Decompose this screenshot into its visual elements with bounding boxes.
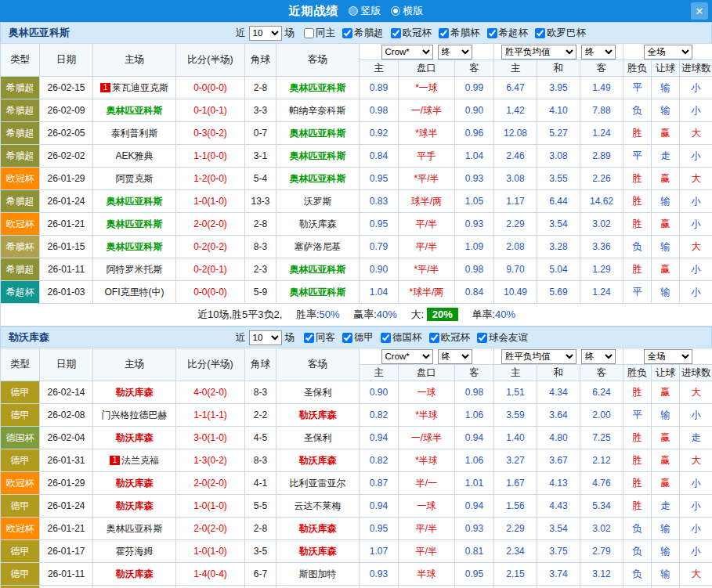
asian-home-odds: 0.95 (360, 518, 399, 540)
result-goals: 小 (680, 258, 712, 281)
asian-away-odds: 0.84 (455, 281, 494, 304)
result-goals: 大 (680, 168, 712, 190)
close-icon: ✕ (696, 5, 704, 17)
euro-odds-controls: 胜平负均值 终 (494, 348, 623, 365)
euro-away-odds: 2.89 (580, 145, 623, 168)
team-name: 帕纳辛奈科斯 (290, 105, 346, 116)
match-score: 1-1(1-1) (176, 404, 245, 427)
corner-score: 2-3 (245, 258, 276, 281)
match-row: 希腊超26-01-24奥林匹亚科斯1-0(1-0)13-3沃罗斯0.83球半/两… (1, 190, 712, 213)
asian-home-odds: 0.95 (360, 213, 399, 236)
bookmaker-select[interactable]: Crow* (381, 349, 433, 364)
team-name: 勒沃库森 (299, 218, 337, 229)
euro-draw-odds: 3.55 (537, 168, 580, 190)
filter-checkbox[interactable] (487, 28, 497, 38)
league-badge: 希腊超 (1, 145, 40, 168)
match-score: 0-2(0-1) (176, 258, 245, 281)
filter-希超杯[interactable]: 希超杯 (487, 27, 529, 40)
scope-select[interactable]: 全场 (644, 349, 692, 364)
filter-欧冠杯[interactable]: 欧冠杯 (391, 27, 432, 40)
filter-checkbox[interactable] (304, 28, 314, 38)
filter-checkbox[interactable] (535, 28, 545, 38)
asian-away-odds: 0.96 (455, 122, 494, 145)
filter-checkbox[interactable] (429, 333, 439, 343)
match-score: 1-3(1-2) (176, 586, 245, 588)
filter-德国杯[interactable]: 德国杯 (381, 331, 422, 345)
filter-checkbox[interactable] (381, 333, 391, 343)
asian-stage-select[interactable]: 终 (438, 349, 472, 364)
asian-away-odds: 1.09 (455, 236, 494, 258)
result-outcome: 负 (623, 236, 652, 258)
match-row: 德甲26-02-08门兴格拉德巴赫1-1(1-1)2-2勒沃库森0.82*半球1… (1, 404, 712, 427)
recent-label-post: 场 (285, 331, 295, 345)
result-goals: 小 (680, 99, 712, 122)
filter-checkbox[interactable] (477, 333, 487, 343)
filter-欧冠杯[interactable]: 欧冠杯 (429, 331, 471, 345)
win-rate-value: 50% (320, 308, 340, 320)
team-name: 勒沃库森 (299, 546, 337, 557)
team-name: 阿贾克斯 (116, 173, 154, 184)
scope-controls: 全场 (623, 44, 712, 60)
scope-select[interactable]: 全场 (644, 45, 692, 60)
filter-同客[interactable]: 同客 (304, 331, 335, 345)
corner-score: 4-5 (245, 427, 276, 449)
recent-count-select[interactable]: 10 (249, 26, 282, 41)
filter-欧罗巴杯[interactable]: 欧罗巴杯 (535, 27, 586, 40)
team-name: 霍芬海姆 (116, 546, 154, 557)
euro-draw-odds: 4.43 (537, 495, 580, 518)
corner-score: 2-8 (245, 213, 276, 236)
filter-希腊杯[interactable]: 希腊杯 (439, 27, 480, 40)
match-row: 德甲25-12-21RB莱比锡1-3(1-2)2-8勒沃库森0.89平/半0.9… (1, 586, 712, 588)
asian-stage-select[interactable]: 终 (438, 45, 472, 60)
euro-odds-select[interactable]: 胜平负均值 (501, 349, 576, 364)
euro-draw-odds: 3.08 (537, 145, 580, 168)
result-outcome: 胜 (623, 472, 652, 495)
filter-checkbox[interactable] (439, 28, 449, 38)
filter-checkbox[interactable] (342, 333, 352, 343)
result-goals: 小 (680, 518, 712, 540)
corner-score: 4-1 (245, 472, 276, 495)
layout-option-vertical[interactable]: 竖版 (349, 4, 381, 18)
handicap-line: 球半/两 (399, 190, 455, 213)
filter-同主[interactable]: 同主 (304, 27, 335, 40)
recent-label-pre: 近 (236, 331, 246, 345)
corner-score: 3-5 (245, 540, 276, 563)
filter-checkbox[interactable] (391, 28, 401, 38)
away-team: 奥林匹亚科斯 (276, 168, 360, 190)
filter-希腊超[interactable]: 希腊超 (342, 27, 384, 40)
match-date: 26-01-17 (40, 540, 93, 563)
euro-stage-select[interactable]: 终 (581, 349, 616, 364)
column-header-corner: 角球 (245, 348, 276, 381)
result-outcome: 胜 (623, 449, 652, 472)
close-button[interactable]: ✕ (691, 2, 708, 20)
filter-checkbox[interactable] (342, 28, 352, 38)
result-outcome: 平 (623, 77, 652, 99)
bookmaker-select[interactable]: Crow* (381, 45, 433, 60)
corner-score: 8-3 (245, 381, 276, 404)
asian-away-odds: 0.93 (455, 213, 494, 236)
asian-away-odds: 1.04 (455, 145, 494, 168)
team-name: 门兴格拉德巴赫 (102, 409, 168, 420)
handicap-line: 平手 (399, 145, 455, 168)
asian-home-odds: 0.94 (360, 495, 399, 518)
euro-odds-select[interactable]: 胜平负均值 (501, 45, 576, 60)
win-rate-label: 胜率: (296, 308, 320, 320)
filter-球会友谊[interactable]: 球会友谊 (477, 331, 528, 345)
corner-score: 5-5 (245, 495, 276, 518)
team-name: 比利亚雷亚尔 (290, 478, 346, 489)
column-header-home: 主场 (93, 44, 176, 77)
euro-home-odds: 2.29 (494, 213, 537, 236)
asian-away-odds: 0.94 (455, 495, 494, 518)
recent-label-post: 场 (285, 27, 295, 40)
subcolumn-euro-home: 主 (494, 60, 537, 77)
euro-stage-select[interactable]: 终 (581, 45, 616, 60)
filter-checkbox[interactable] (304, 333, 314, 343)
layout-option-horizontal[interactable]: 横版 (391, 4, 424, 18)
euro-draw-odds: 5.69 (537, 281, 580, 304)
team-name: 奥林匹亚科斯 (290, 82, 346, 93)
filter-德甲[interactable]: 德甲 (342, 331, 374, 345)
corner-score: 2-8 (245, 518, 276, 540)
recent-count-select[interactable]: 10 (249, 330, 282, 345)
result-goals: 小 (680, 495, 712, 518)
team-name: 勒沃库森 (299, 523, 337, 534)
